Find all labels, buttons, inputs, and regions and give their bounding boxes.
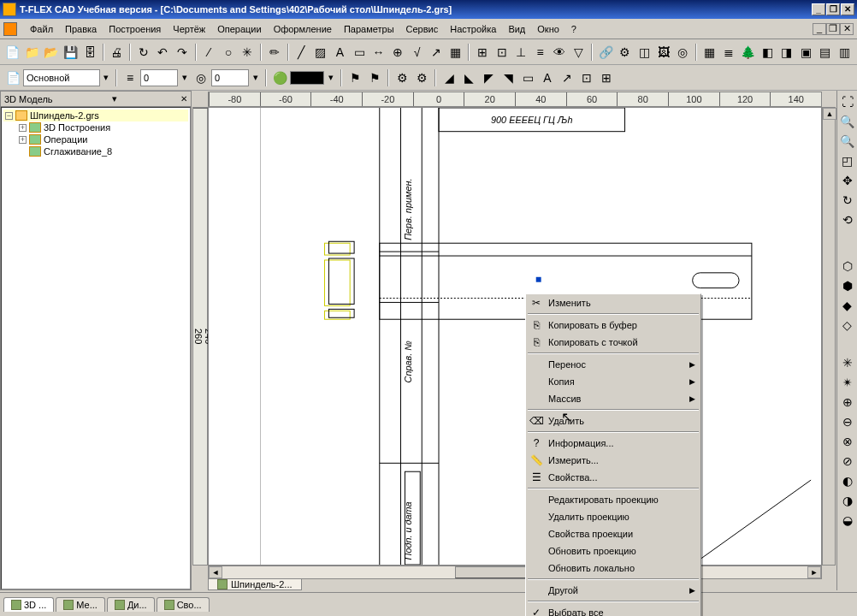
scrollbar-horizontal[interactable]: ◄ ► [208, 566, 822, 579]
db-button[interactable]: ◎ [674, 43, 693, 62]
menu-decoration[interactable]: Оформление [268, 22, 338, 36]
rt-m9[interactable]: ◒ [838, 511, 857, 530]
t1-button[interactable]: ◧ [759, 43, 777, 62]
bottom-tab-svo[interactable]: Сво... [157, 597, 210, 612]
layer-select[interactable] [23, 69, 100, 86]
redo-button[interactable]: ↷ [173, 43, 192, 62]
target-button[interactable]: ◎ [192, 68, 210, 87]
expand-icon[interactable]: + [19, 136, 27, 144]
new-button[interactable]: 📄 [3, 43, 22, 62]
rt-3d-1[interactable]: ⬡ [838, 257, 857, 275]
view-button[interactable]: 👁 [550, 43, 569, 62]
close-button[interactable]: ✕ [841, 3, 854, 15]
menu-operations[interactable]: Операции [211, 22, 267, 36]
textbox-button[interactable]: ▭ [350, 43, 369, 62]
point-button[interactable]: ✳ [239, 43, 257, 62]
rt-zoom-fit[interactable]: ⛶ [838, 92, 857, 111]
drawing-canvas[interactable]: 900 ЕЕЕЕЦ ГЦ Љh Перв. примен. Справ. № П… [208, 107, 822, 566]
link2-button[interactable]: ⚙ [616, 43, 635, 62]
cm-edit[interactable]: ✂ Изменить [526, 294, 700, 311]
tree-item[interactable]: + 3D Построения [3, 121, 188, 133]
menu-service[interactable]: Сервис [400, 22, 445, 36]
menu-drawing[interactable]: Чертёж [167, 22, 211, 36]
tree-btn[interactable]: 🌲 [739, 43, 758, 62]
cm-edit-proj[interactable]: Редактировать проекцию [526, 491, 700, 508]
layer-dropdown-icon[interactable]: ▾ [100, 68, 112, 87]
save-button[interactable]: 💾 [62, 43, 80, 62]
rt-pan[interactable]: ✥ [838, 171, 857, 190]
m6-button[interactable]: ◥ [499, 68, 517, 87]
save-all-button[interactable]: 🗄 [80, 43, 99, 62]
m7-button[interactable]: ▭ [518, 68, 537, 87]
cm-other[interactable]: Другой ▶ [526, 582, 700, 599]
hatch-button[interactable]: ▨ [311, 43, 330, 62]
cm-refresh-local[interactable]: Обновить локально [526, 560, 700, 577]
m1-button[interactable]: ⚙ [393, 68, 411, 87]
cm-delete[interactable]: ⌫ Удалить [526, 412, 700, 429]
cm-info[interactable]: ? Информация... [526, 435, 700, 452]
cm-array[interactable]: Массив ▶ [526, 390, 700, 407]
refresh-button[interactable]: ↻ [134, 43, 153, 62]
filter-button[interactable]: ▽ [570, 43, 588, 62]
expand-icon[interactable]: + [19, 124, 27, 132]
rt-3d-2[interactable]: ⬢ [838, 276, 857, 295]
sketch-button[interactable]: ✏ [265, 43, 284, 62]
frag-button[interactable]: ◫ [635, 43, 653, 62]
rt-m4[interactable]: ⊖ [838, 412, 857, 431]
menu-file[interactable]: Файл [24, 22, 59, 36]
tolerance-button[interactable]: ⊕ [388, 43, 407, 62]
m2-button[interactable]: ⚙ [412, 68, 431, 87]
menu-construct[interactable]: Построения [103, 22, 167, 36]
snap-button[interactable]: ⊡ [493, 43, 511, 62]
rt-m5[interactable]: ⊗ [838, 432, 857, 451]
ortho-button[interactable]: ⊥ [511, 43, 530, 62]
rt-3d-3[interactable]: ◆ [838, 296, 857, 315]
scroll-left-icon[interactable]: ◄ [209, 566, 222, 578]
m4-button[interactable]: ◣ [459, 68, 478, 87]
m11-button[interactable]: ⊞ [597, 68, 616, 87]
colors-button[interactable]: 🟢 [270, 68, 289, 87]
menu-edit[interactable]: Правка [59, 22, 103, 36]
grid-button[interactable]: ⊞ [473, 43, 492, 62]
cm-select-all[interactable]: ✓ Выбрать все [526, 604, 700, 616]
leader-button[interactable]: ↗ [427, 43, 446, 62]
thickness-input[interactable] [140, 69, 178, 86]
doc-button[interactable]: 📄 [3, 68, 22, 87]
flag1-button[interactable]: ⚑ [346, 68, 364, 87]
thickness-button[interactable]: ≡ [121, 68, 139, 87]
open-button[interactable]: 📂 [42, 43, 61, 62]
m10-button[interactable]: ⊡ [577, 68, 596, 87]
tree-item[interactable]: Сглаживание_8 [3, 145, 188, 157]
val2-spin[interactable]: ▾ [250, 68, 262, 87]
table-button[interactable]: ▦ [446, 43, 465, 62]
circle-button[interactable]: ○ [219, 43, 238, 62]
bottom-tab-me[interactable]: Ме... [56, 597, 105, 612]
rt-m1[interactable]: ✳ [838, 353, 857, 372]
panel-pin-icon[interactable]: ▾ [112, 93, 117, 104]
layer-button[interactable]: ≡ [531, 43, 550, 62]
image-button[interactable]: 🖼 [654, 43, 673, 62]
line-button[interactable]: ⁄ [200, 43, 219, 62]
rt-zoom-window[interactable]: ◰ [838, 151, 857, 170]
val2-input[interactable] [211, 69, 249, 86]
thickness-spin[interactable]: ▾ [179, 68, 191, 87]
bottom-tab-di[interactable]: Ди... [107, 597, 155, 612]
flag2-button[interactable]: ⚑ [365, 68, 384, 87]
t3-button[interactable]: ▣ [797, 43, 816, 62]
undo-button[interactable]: ↶ [154, 43, 173, 62]
cm-del-proj[interactable]: Удалить проекцию [526, 508, 700, 525]
tree-root[interactable]: − Шпиндель-2.grs [3, 110, 188, 121]
document-tab[interactable]: Шпиндель-2... [208, 578, 302, 590]
cm-copy-point[interactable]: ⎘ Копировать с точкой [526, 334, 700, 351]
menu-parameters[interactable]: Параметры [338, 22, 400, 36]
menu-window[interactable]: Окно [531, 22, 565, 36]
collapse-icon[interactable]: − [5, 112, 13, 120]
rt-3d-4[interactable]: ◇ [838, 316, 857, 335]
rt-zoom-prev[interactable]: ⟲ [838, 210, 857, 229]
rt-m2[interactable]: ✴ [838, 373, 857, 392]
rt-zoom-out[interactable]: 🔍 [838, 132, 857, 151]
cm-move[interactable]: Перенос ▶ [526, 356, 700, 373]
panel-close-icon[interactable]: ✕ [180, 94, 187, 104]
rt-m7[interactable]: ◐ [838, 471, 857, 490]
rt-rotate[interactable]: ↻ [838, 191, 857, 210]
